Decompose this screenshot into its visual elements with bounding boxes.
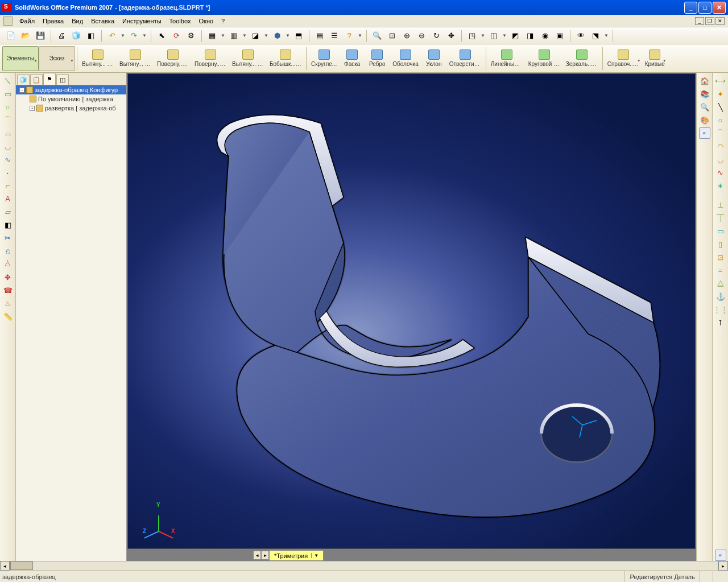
tan-icon[interactable]: ⏉ xyxy=(715,212,726,224)
linear-pattern-button[interactable]: Линейный массив xyxy=(488,46,526,71)
close-button[interactable]: ✕ xyxy=(713,2,726,14)
view-tab-dropdown-icon[interactable]: ▼ xyxy=(311,553,318,558)
tree-default-config[interactable]: По умолчанию [ задержка xyxy=(16,94,126,104)
zoom-in-button[interactable]: ⊕ xyxy=(400,30,413,42)
menu-file[interactable]: Файл xyxy=(16,16,38,26)
dim-icon[interactable]: ⟷ xyxy=(715,75,726,86)
menu-edit[interactable]: Правка xyxy=(39,16,67,26)
arc3-icon[interactable]: ◡ xyxy=(2,141,14,152)
detail-button[interactable]: ☰ xyxy=(328,30,341,42)
perspective-button[interactable]: ▣ xyxy=(553,30,566,42)
draft-button[interactable]: Уклон xyxy=(421,46,446,71)
rib-button[interactable]: Ребро xyxy=(365,46,390,71)
smart-icon[interactable]: ✦ xyxy=(715,88,726,100)
library-icon[interactable]: 📚 xyxy=(699,88,710,100)
minimize-button[interactable]: _ xyxy=(684,2,697,14)
menu-help[interactable]: ? xyxy=(218,16,228,26)
spline2-icon[interactable]: ∿ xyxy=(715,167,726,178)
revolve-boss-button[interactable]: Поверну... бобышк... xyxy=(154,46,192,71)
tab-sketch[interactable]: Эскиз▼ xyxy=(39,46,75,71)
mdi-restore-button[interactable]: ❐ xyxy=(705,17,714,25)
loft-button[interactable]: Бобышк... по сече... xyxy=(267,46,304,71)
move-icon[interactable]: ✥ xyxy=(2,271,14,283)
line2-icon[interactable]: ╲ xyxy=(715,101,726,113)
text-icon[interactable]: A xyxy=(2,193,14,204)
ref-geometry-button[interactable]: Справоч... геометрия▼ xyxy=(605,46,642,71)
expand-panel-icon[interactable]: « xyxy=(699,127,710,139)
arc-icon[interactable]: ⌒ xyxy=(2,114,14,126)
display-button[interactable]: ◫ xyxy=(487,30,500,42)
zoom-out-button[interactable]: ⊖ xyxy=(415,30,428,42)
open-button[interactable]: 📂 xyxy=(19,30,32,42)
rotate-button[interactable]: ↻ xyxy=(430,30,442,42)
vert-icon[interactable]: ▯ xyxy=(715,238,726,250)
plane-icon[interactable]: ▱ xyxy=(2,206,14,217)
pattern-icon[interactable]: ⋮⋮ xyxy=(715,304,726,315)
print-button[interactable]: 🖨 xyxy=(55,30,68,42)
mirror2-icon[interactable]: ⧊ xyxy=(2,258,14,270)
undo-button[interactable]: ↶ xyxy=(106,30,118,42)
circle-icon[interactable]: ○ xyxy=(2,101,14,113)
arc2-icon[interactable]: ⌓ xyxy=(2,127,14,139)
realview-button[interactable]: ◉ xyxy=(539,30,551,42)
tree-root[interactable]: − задержка-образец Конфигур xyxy=(16,85,126,94)
save-button[interactable]: 💾 xyxy=(34,30,47,42)
toggle-button[interactable]: ⬔ xyxy=(589,30,602,42)
arc5-icon[interactable]: ◠ xyxy=(715,141,726,152)
mdi-min-button[interactable]: _ xyxy=(695,17,704,25)
view-tab-trimetric[interactable]: *Триметрия ▼ xyxy=(269,550,324,560)
sym-icon[interactable]: ⧋ xyxy=(715,278,726,289)
tree-tab-config[interactable]: ⚑ xyxy=(43,73,56,85)
fillet-icon[interactable]: ⌐ xyxy=(2,180,14,191)
orient-button[interactable]: ◳ xyxy=(466,30,478,42)
curves-button[interactable]: Кривые▼ xyxy=(642,46,668,71)
3d-viewport[interactable]: Y X Z xyxy=(127,73,696,549)
perp-icon[interactable]: ⊥ xyxy=(715,199,726,210)
extrude-cut-button[interactable]: Вытяну... вырез xyxy=(117,46,154,71)
tree-tab-property[interactable]: 📋 xyxy=(30,74,43,85)
new-button[interactable]: 📄 xyxy=(5,30,17,42)
options-button[interactable]: ⚙ xyxy=(185,30,197,42)
del-icon[interactable]: ⊺ xyxy=(715,317,726,328)
offset-icon[interactable]: ⎌ xyxy=(2,245,14,257)
chamfer-button[interactable]: Фаска xyxy=(340,46,365,71)
arc4-icon[interactable]: ⌒ xyxy=(715,127,726,139)
redo-button[interactable]: ↷ xyxy=(127,30,140,42)
part-model[interactable] xyxy=(156,84,668,539)
grid-button[interactable]: ▦ xyxy=(206,30,218,42)
3dcontent-button[interactable]: 🧊 xyxy=(70,30,82,42)
shell-button[interactable]: Оболочка xyxy=(390,46,421,71)
color-button[interactable]: ▥ xyxy=(228,30,240,42)
shadow-button[interactable]: ◩ xyxy=(509,30,522,42)
orientation-triad[interactable]: Y X Z xyxy=(144,504,178,538)
maximize-button[interactable]: □ xyxy=(698,2,712,14)
box-button[interactable]: ⬢ xyxy=(271,30,283,42)
menu-toolbox[interactable]: Toolbox xyxy=(166,16,195,26)
coinc-icon[interactable]: ⊡ xyxy=(715,251,726,263)
help-button[interactable]: ? xyxy=(343,30,355,42)
view-tab-prev[interactable]: ◂ xyxy=(253,551,261,560)
line-icon[interactable]: ＼ xyxy=(2,75,14,86)
mass-button[interactable]: ⬒ xyxy=(292,30,305,42)
tree-flat-config[interactable]: +развертка [ задержка-об xyxy=(16,104,126,113)
rect-icon[interactable]: ▭ xyxy=(2,88,14,100)
zoom-area-button[interactable]: 🔍 xyxy=(371,30,383,42)
menu-insert[interactable]: Вставка xyxy=(88,16,118,26)
tree-tab-dim[interactable]: ◫ xyxy=(56,74,69,85)
pan-button[interactable]: ✥ xyxy=(445,30,457,42)
menu-tools[interactable]: Инструменты xyxy=(119,16,165,26)
phone-icon[interactable]: ☎ xyxy=(2,284,14,296)
circle2-icon[interactable]: ○ xyxy=(715,114,726,126)
list-button[interactable]: ▤ xyxy=(313,30,326,42)
revolve-cut-button[interactable]: Поверну... вырез xyxy=(192,46,229,71)
equal-icon[interactable]: = xyxy=(715,265,726,276)
select-button[interactable]: ⬉ xyxy=(155,30,168,42)
menu-view[interactable]: Вид xyxy=(68,16,86,26)
zoom-fit-button[interactable]: ⊡ xyxy=(386,30,398,42)
hole-button[interactable]: Отверстие под кре... xyxy=(446,46,484,71)
expand-panel2-icon[interactable]: « xyxy=(715,550,726,561)
arc6-icon[interactable]: ◡ xyxy=(715,154,726,165)
fillet-button[interactable]: Скругле... xyxy=(308,46,340,71)
home-icon[interactable]: 🏠 xyxy=(699,75,710,86)
horiz-icon[interactable]: ▭ xyxy=(715,225,726,237)
